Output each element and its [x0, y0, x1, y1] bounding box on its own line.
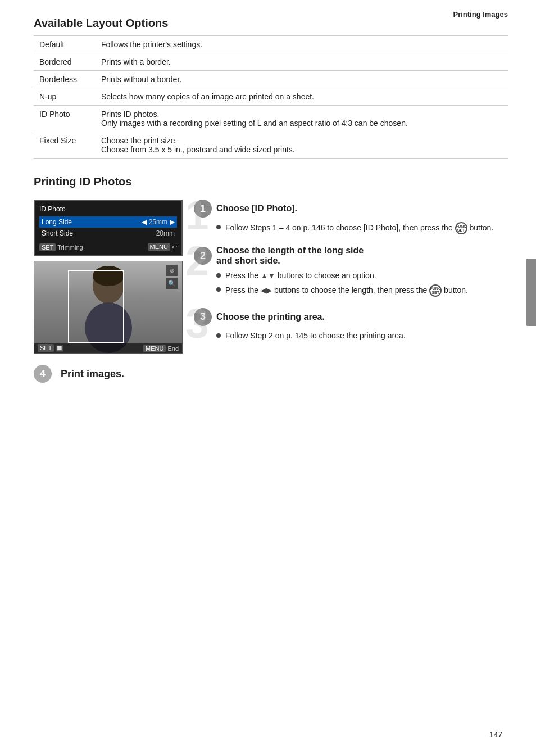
- left-column: ID Photo Long Side ◀ 25mm ▶ Short Side 2…: [34, 200, 183, 354]
- step-4-title: Print images.: [61, 368, 124, 380]
- zoom-icon: 🔍: [166, 278, 178, 289]
- step-1-content: Follow Steps 1 – 4 on p. 146 to choose […: [194, 222, 508, 234]
- step-3-heading: 3 Choose the printing area.: [194, 308, 508, 326]
- layout-row-desc: Selects how many copies of an image are …: [96, 88, 508, 106]
- step-2-circle: 2: [194, 247, 212, 265]
- header-title: Printing Images: [453, 10, 508, 19]
- step-4-circle: 4: [34, 365, 52, 383]
- screen1-row2-label: Short Side: [42, 229, 154, 237]
- layout-table-row: Fixed SizeChoose the print size.Choose f…: [34, 132, 508, 159]
- screen1-set-area: SET Trimming: [39, 244, 83, 251]
- step-2-block: 2 2 Choose the length of the long sidean…: [194, 246, 508, 297]
- layout-row-name: ID Photo: [34, 106, 96, 132]
- content-area: ID Photo Long Side ◀ 25mm ▶ Short Side 2…: [34, 200, 508, 354]
- available-layout-heading: Available Layout Options: [34, 17, 508, 30]
- screen1-set-sublabel: Trimming: [57, 244, 83, 251]
- step-3-bullet-1: Follow Step 2 on p. 145 to choose the pr…: [216, 331, 508, 342]
- photo-menu-btn: MENU: [143, 345, 166, 352]
- step-2-bullet-1: Press the ▲▼ buttons to choose an option…: [216, 270, 508, 282]
- arrow-ud-icon: ▲▼: [261, 271, 275, 281]
- step-3-content: Follow Step 2 on p. 145 to choose the pr…: [194, 331, 508, 342]
- screen1-row1: Long Side ◀ 25mm ▶: [39, 216, 177, 228]
- layout-table-row: BorderedPrints with a border.: [34, 53, 508, 71]
- step-2-bullet-2-text: Press the ◀▶ buttons to choose the lengt…: [225, 284, 468, 297]
- right-column: 1 1 Choose [ID Photo]. Follow Steps 1 – …: [194, 200, 508, 354]
- step-1-heading: 1 Choose [ID Photo].: [194, 200, 508, 218]
- step-2-heading: 2 Choose the length of the long sideand …: [194, 246, 508, 266]
- page-number: 147: [489, 730, 502, 739]
- layout-row-desc: Prints with a border.: [96, 53, 508, 71]
- layout-table-row: DefaultFollows the printer's settings.: [34, 36, 508, 53]
- crop-box: [68, 270, 124, 343]
- step-1-circle: 1: [194, 200, 212, 218]
- screen1-set-btn: SET: [39, 243, 56, 251]
- layout-row-name: Borderless: [34, 71, 96, 88]
- camera-screen-1: ID Photo Long Side ◀ 25mm ▶ Short Side 2…: [34, 200, 183, 256]
- printing-id-heading: Printing ID Photos: [34, 175, 508, 188]
- step-3-circle: 3: [194, 308, 212, 326]
- step-3-block: 3 3 Choose the printing area. Follow Ste…: [194, 308, 508, 342]
- bullet-dot-3: [216, 333, 221, 338]
- step-1-bullet-1: Follow Steps 1 – 4 on p. 146 to choose […: [216, 222, 508, 234]
- step-4-heading: 4 Print images.: [34, 365, 124, 383]
- screen1-bottom-bar: SET Trimming MENU ↩: [39, 243, 177, 251]
- photo-preview: ☺ 🔍 SET 🔲 MENU End: [34, 261, 183, 354]
- layout-row-desc: Prints ID photos.Only images with a reco…: [96, 106, 508, 132]
- layout-table: DefaultFollows the printer's settings.Bo…: [34, 35, 508, 159]
- screen1-row1-value: 25mm: [149, 218, 167, 226]
- step-2-title: Choose the length of the long sideand sh…: [216, 246, 364, 266]
- layout-row-name: Default: [34, 36, 96, 53]
- layout-row-name: Bordered: [34, 53, 96, 71]
- screen1-row2: Short Side 20mm: [39, 228, 177, 239]
- screen1-arrow-left: ◀: [142, 218, 147, 226]
- screen1-row2-value: 20mm: [156, 229, 175, 237]
- layout-row-name: Fixed Size: [34, 132, 96, 159]
- bullet-dot-2a: [216, 273, 221, 278]
- photo-set-btn: SET: [38, 344, 54, 352]
- step-2-bullet-1-text: Press the ▲▼ buttons to choose an option…: [225, 270, 376, 282]
- arrow-lr-icon: ◀▶: [261, 286, 272, 296]
- layout-table-row: ID PhotoPrints ID photos.Only images wit…: [34, 106, 508, 132]
- screen1-row1-label: Long Side: [42, 218, 142, 226]
- overlay-icons: ☺ 🔍: [166, 265, 178, 289]
- page-container: Printing Images Available Layout Options…: [0, 0, 536, 756]
- screen1-arrow-right: ▶: [170, 218, 175, 226]
- screen1-title: ID Photo: [39, 205, 177, 213]
- photo-menu-area: MENU End: [143, 345, 179, 352]
- bullet-dot: [216, 225, 221, 229]
- layout-row-name: N-up: [34, 88, 96, 106]
- step-1-title: Choose [ID Photo].: [216, 203, 297, 214]
- photo-set-sublabel: 🔲: [56, 345, 63, 351]
- step-2-content: Press the ▲▼ buttons to choose an option…: [194, 270, 508, 297]
- step-2-bullet-2: Press the ◀▶ buttons to choose the lengt…: [216, 284, 508, 297]
- layout-row-desc: Prints without a border.: [96, 71, 508, 88]
- bullet-dot-2b: [216, 287, 221, 292]
- layout-table-row: N-upSelects how many copies of an image …: [34, 88, 508, 106]
- side-tab: [526, 259, 536, 326]
- step-1-bullet-1-text: Follow Steps 1 – 4 on p. 146 to choose […: [225, 222, 493, 234]
- step-3-bullet-1-text: Follow Step 2 on p. 145 to choose the pr…: [225, 331, 406, 342]
- step-3-title: Choose the printing area.: [216, 312, 325, 322]
- func-btn-1: FUNCSET: [455, 222, 467, 234]
- screen1-menu-arrow: ↩: [172, 243, 177, 250]
- photo-set-area: SET 🔲: [38, 345, 63, 352]
- layout-row-desc: Choose the print size.Choose from 3.5 x …: [96, 132, 508, 159]
- photo-menu-sublabel: End: [167, 345, 179, 352]
- screen1-menu-btn: MENU: [148, 243, 170, 251]
- func-btn-2: FUNCSET: [429, 284, 442, 297]
- screen1-menu-area: MENU ↩: [148, 243, 177, 251]
- step-4-block: 4 Print images.: [34, 365, 508, 383]
- photo-bottom-bar: SET 🔲 MENU End: [34, 343, 182, 353]
- layout-table-row: BorderlessPrints without a border.: [34, 71, 508, 88]
- face-icon: ☺: [166, 265, 178, 276]
- step-1-block: 1 1 Choose [ID Photo]. Follow Steps 1 – …: [194, 200, 508, 234]
- page-header: Printing Images: [453, 10, 508, 19]
- layout-row-desc: Follows the printer's settings.: [96, 36, 508, 53]
